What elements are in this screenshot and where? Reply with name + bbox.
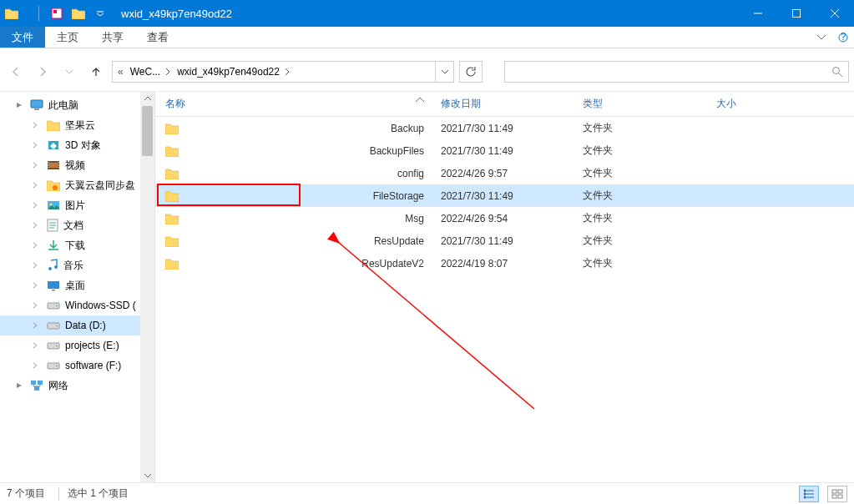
sidebar-item[interactable]: 坚果云 [0,115,154,135]
drive-icon [47,340,60,350]
view-details-button[interactable] [799,486,819,502]
tab-view[interactable]: 查看 [135,27,180,48]
svg-rect-28 [38,381,43,385]
expand-icon[interactable] [30,242,42,249]
breadcrumb-segment[interactable]: WeC... [127,62,174,82]
file-type: 文件夹 [573,189,706,203]
file-row[interactable]: BackupFiles2021/7/30 11:49文件夹 [155,139,854,162]
file-row[interactable]: ResUpdateV22022/4/19 8:07文件夹 [155,252,854,275]
column-type[interactable]: 类型 [573,97,706,111]
svg-rect-1 [53,10,57,13]
expand-icon[interactable] [30,122,42,129]
qat-properties-icon[interactable] [48,4,66,23]
pc-icon [30,99,43,111]
tab-home[interactable]: 主页 [45,27,90,48]
status-count: 7 个项目 [7,486,45,501]
expand-icon[interactable] [13,382,25,389]
expand-icon[interactable] [30,182,42,189]
refresh-button[interactable] [459,61,483,83]
sidebar-item-label: 桌面 [65,279,85,293]
close-button[interactable] [816,0,854,27]
svg-text:?: ? [841,33,846,43]
expand-icon[interactable] [30,362,42,369]
tab-file[interactable]: 文件 [0,27,45,48]
ribbon-expand-icon[interactable] [811,27,832,48]
breadcrumb-dropdown[interactable] [435,62,453,82]
expand-icon[interactable] [30,302,42,309]
sidebar-item-label: 网络 [48,379,68,393]
sidebar-item[interactable]: software (F:) [0,355,154,375]
svg-point-5 [833,68,840,74]
sidebar-item[interactable]: 3D 对象 [0,135,154,155]
network-icon [30,380,43,391]
expand-icon[interactable] [30,282,42,289]
scroll-thumb[interactable] [142,106,153,156]
breadcrumb-segment[interactable]: wxid_x49kp7en49od22 [174,62,293,82]
sidebar-item[interactable]: Windows-SSD ( [0,295,154,315]
tab-share[interactable]: 共享 [90,27,135,48]
expand-icon[interactable] [30,322,42,329]
sidebar-item[interactable]: 天翼云盘同步盘 [0,175,154,195]
file-row[interactable]: Msg2022/4/26 9:54文件夹 [155,207,854,229]
breadcrumb-label: WeC... [130,66,160,78]
search-box[interactable] [504,61,849,83]
sidebar-scrollbar[interactable] [140,92,154,482]
sidebar-item[interactable]: 视频 [0,155,154,175]
expand-icon[interactable] [30,142,42,149]
ribbon-tabs: 文件 主页 共享 查看 ? [0,27,854,48]
breadcrumb[interactable]: « WeC... wxid_x49kp7en49od22 [112,61,454,83]
sidebar-item[interactable]: 桌面 [0,275,154,295]
column-date[interactable]: 修改日期 [431,97,573,111]
breadcrumb-history-icon[interactable]: « [118,66,127,78]
sidebar-item[interactable]: projects (E:) [0,335,154,355]
expand-icon[interactable] [30,162,42,169]
view-icons-button[interactable] [827,486,847,502]
back-button[interactable] [5,61,27,83]
status-selection: 选中 1 个项目 [68,486,129,501]
column-size[interactable]: 大小 [706,97,806,111]
svg-rect-33 [838,495,842,498]
svg-rect-27 [31,381,36,385]
sidebar-item[interactable]: 网络 [0,375,154,396]
up-button[interactable] [85,61,107,83]
sidebar-item[interactable]: 文档 [0,215,154,235]
file-date: 2022/4/19 8:07 [431,258,573,270]
scroll-down-icon[interactable] [140,468,154,482]
sidebar-item[interactable]: 下载 [0,235,154,255]
file-date: 2021/7/30 11:49 [431,235,573,247]
forward-button[interactable] [32,61,53,83]
scroll-up-icon[interactable] [140,92,154,106]
folder-icon [165,190,179,202]
sidebar-item-label: projects (E:) [65,340,119,351]
expand-icon[interactable] [13,102,25,108]
minimize-button[interactable] [739,0,777,27]
file-row[interactable]: FileStorage2021/7/30 11:49文件夹 [155,184,854,207]
navbar: « WeC... wxid_x49kp7en49od22 [0,57,854,87]
breadcrumb-label: wxid_x49kp7en49od22 [177,66,280,78]
sidebar-item[interactable]: 图片 [0,195,154,215]
file-name: Msg [405,213,424,224]
qat-folder-icon[interactable] [69,4,88,23]
expand-icon[interactable] [30,342,42,349]
qat-dropdown-icon[interactable] [91,4,109,23]
file-list[interactable]: Backup2021/7/30 11:49文件夹BackupFiles2021/… [155,117,854,482]
separator [58,487,59,501]
expand-icon[interactable] [30,222,42,229]
file-row[interactable]: Backup2021/7/30 11:49文件夹 [155,117,854,139]
column-name[interactable]: 名称 [155,97,431,111]
main-panel: 名称 修改日期 类型 大小 Backup2021/7/30 11:49文件夹Ba… [155,92,854,482]
body: 此电脑坚果云3D 对象视频天翼云盘同步盘图片文档下载音乐桌面Windows-SS… [0,92,854,482]
file-row[interactable]: config2022/4/26 9:57文件夹 [155,162,854,184]
sidebar-item[interactable]: 此电脑 [0,95,154,115]
svg-point-11 [53,185,58,190]
maximize-button[interactable] [777,0,816,27]
sidebar-item[interactable]: Data (D:) [0,315,154,335]
chevron-right-icon [285,68,290,75]
ribbon-help-icon[interactable]: ? [832,27,854,48]
sidebar-item[interactable]: 音乐 [0,255,154,275]
folder-icon [165,168,179,179]
recent-dropdown[interactable] [58,61,80,83]
file-row[interactable]: ResUpdate2021/7/30 11:49文件夹 [155,229,854,252]
expand-icon[interactable] [30,202,42,209]
expand-icon[interactable] [30,262,42,269]
